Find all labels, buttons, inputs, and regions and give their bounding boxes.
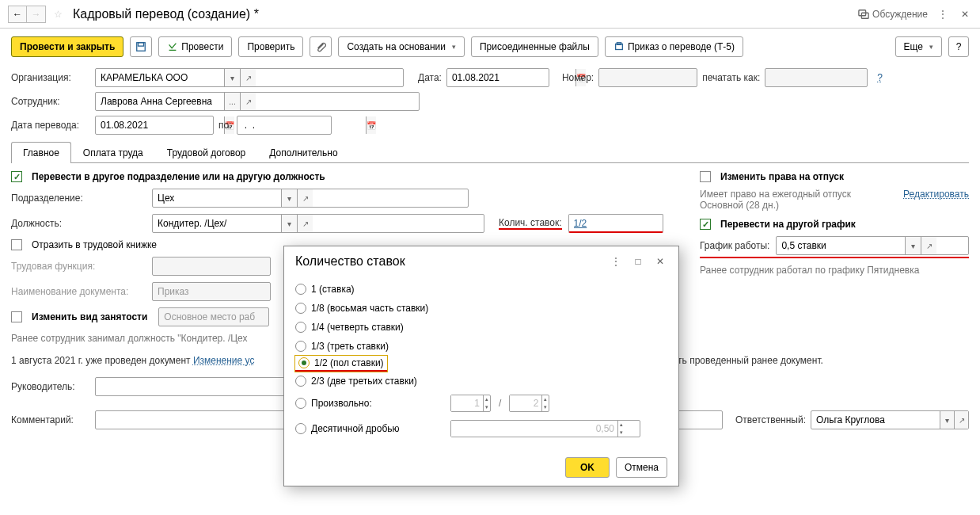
- responsible-open-icon[interactable]: ↗: [954, 411, 968, 429]
- position-label: Должность:: [11, 218, 146, 229]
- manager-label: Руководитель:: [11, 381, 90, 392]
- transfer-date-label: Дата перевода:: [11, 120, 90, 131]
- num-down-icon[interactable]: ▾: [484, 403, 490, 411]
- forward-button[interactable]: →: [27, 6, 46, 23]
- tab-contract[interactable]: Трудовой договор: [155, 142, 257, 163]
- schedule-input[interactable]: [777, 237, 905, 254]
- kebab-menu-icon[interactable]: ⋮: [936, 7, 950, 21]
- tab-main[interactable]: Главное: [11, 142, 71, 163]
- modal-cancel-button[interactable]: Отмена: [616, 457, 667, 478]
- tabs: Главное Оплата труда Трудовой договор До…: [11, 141, 969, 163]
- manager-input[interactable]: [96, 378, 224, 395]
- position-open-icon[interactable]: ↗: [297, 215, 313, 232]
- dept-open-icon[interactable]: ↗: [297, 189, 313, 207]
- schedule-dropdown-icon[interactable]: ▾: [905, 237, 921, 254]
- radio-decimal[interactable]: [295, 423, 306, 434]
- date-to-input[interactable]: [237, 116, 366, 134]
- responsible-label: Ответственный:: [735, 414, 806, 425]
- emptype-input: [159, 308, 287, 326]
- prev-schedule-text: Ранее сотрудник работал по графику Пятид…: [700, 265, 969, 276]
- org-label: Организация:: [11, 72, 90, 83]
- schedule-open-icon[interactable]: ↗: [921, 237, 936, 254]
- discuss-icon[interactable]: Обсуждение: [858, 7, 928, 21]
- tab-payment[interactable]: Оплата труда: [71, 142, 155, 163]
- position-input[interactable]: [153, 215, 281, 232]
- page-title: Кадровый перевод (создание) *: [73, 7, 259, 21]
- org-dropdown-icon[interactable]: ▾: [224, 69, 240, 86]
- dept-label: Подразделение:: [11, 193, 146, 204]
- custom-denominator-input[interactable]: [510, 395, 541, 411]
- emptype-checkbox[interactable]: [11, 311, 22, 322]
- favorite-star-icon[interactable]: ☆: [49, 6, 66, 23]
- rate-count-modal: Количество ставок ⋮ □ ✕ 1 (ставка) 1/8 (…: [283, 246, 679, 486]
- rate-count-input[interactable]: [569, 215, 697, 231]
- radio-2-3[interactable]: [295, 376, 306, 387]
- create-based-on-button[interactable]: Создать на основании: [338, 36, 465, 57]
- radio-1[interactable]: [295, 284, 306, 295]
- transfer-checkbox[interactable]: ✓: [11, 171, 22, 182]
- dec-up-icon[interactable]: ▴: [618, 421, 625, 429]
- transfer-checkbox-label: Перевести в другое подразделение или на …: [32, 171, 325, 182]
- date-input[interactable]: [447, 69, 575, 86]
- responsible-dropdown-icon[interactable]: ▾: [940, 411, 954, 429]
- date-to-calendar-icon[interactable]: 📅: [366, 116, 376, 134]
- tab-additional[interactable]: Дополнительно: [257, 142, 349, 163]
- radio-1-2[interactable]: [298, 357, 310, 368]
- print-as-help-icon[interactable]: ?: [877, 72, 883, 83]
- labor-func-label: Трудовая функция:: [11, 261, 146, 272]
- dept-input[interactable]: [153, 189, 281, 207]
- edit-link[interactable]: Редактировать: [903, 189, 969, 200]
- more-button[interactable]: Еще: [895, 36, 942, 57]
- change-doc-link[interactable]: Изменение ус: [193, 355, 255, 366]
- vacation-info-text: Имеет право на ежегодный отпуск Основной…: [700, 189, 895, 211]
- den-down-icon[interactable]: ▾: [542, 403, 549, 411]
- decimal-input[interactable]: [451, 421, 617, 437]
- modal-ok-button[interactable]: OK: [565, 457, 610, 478]
- employee-open-icon[interactable]: ↗: [240, 93, 256, 110]
- workbook-checkbox[interactable]: [11, 239, 22, 250]
- post-button[interactable]: Провести: [158, 36, 232, 57]
- transfer-order-button[interactable]: Приказ о переводе (Т-5): [605, 36, 743, 57]
- comment-input[interactable]: [96, 411, 224, 429]
- transfer-date-input[interactable]: [96, 116, 224, 134]
- num-up-icon[interactable]: ▴: [484, 395, 490, 403]
- attached-files-button[interactable]: Присоединенные файлы: [471, 36, 598, 57]
- custom-numerator-input[interactable]: [451, 395, 483, 411]
- radio-1-3[interactable]: [295, 341, 306, 352]
- radio-custom[interactable]: [295, 398, 306, 409]
- attach-button[interactable]: [310, 36, 332, 57]
- dept-dropdown-icon[interactable]: ▾: [281, 189, 297, 207]
- vacation-rights-checkbox[interactable]: [700, 171, 711, 182]
- right-column: Изменить права на отпуск Имеет право на …: [700, 171, 969, 344]
- docname-label: Наименование документа:: [11, 286, 146, 297]
- modal-kebab-icon[interactable]: ⋮: [609, 254, 623, 269]
- position-dropdown-icon[interactable]: ▾: [281, 215, 297, 232]
- workbook-checkbox-label: Отразить в трудовой книжке: [32, 239, 157, 250]
- org-input[interactable]: [96, 69, 224, 86]
- org-open-icon[interactable]: ↗: [240, 69, 256, 86]
- employee-select-icon[interactable]: ...: [224, 93, 240, 110]
- schedule-label: График работы:: [700, 240, 769, 251]
- help-button[interactable]: ?: [948, 36, 969, 57]
- radio-1-8[interactable]: [295, 303, 306, 314]
- schedule-checkbox[interactable]: ✓: [700, 219, 711, 230]
- svg-rect-3: [139, 43, 144, 46]
- print-as-label: печатать как:: [702, 72, 760, 83]
- modal-close-icon[interactable]: ✕: [653, 254, 667, 269]
- dec-down-icon[interactable]: ▾: [618, 429, 625, 437]
- comment-label: Комментарий:: [11, 414, 90, 425]
- vacation-rights-label: Изменить права на отпуск: [720, 171, 844, 182]
- back-button[interactable]: ←: [8, 6, 27, 23]
- employee-input[interactable]: [96, 93, 224, 110]
- radio-1-4[interactable]: [295, 322, 306, 333]
- emptype-checkbox-label: Изменить вид занятости: [32, 311, 147, 322]
- den-up-icon[interactable]: ▴: [542, 395, 549, 403]
- date-label: Дата:: [418, 72, 442, 83]
- discuss-label: Обсуждение: [872, 9, 928, 20]
- check-button[interactable]: Проверить: [238, 36, 303, 57]
- close-window-icon[interactable]: ✕: [958, 7, 972, 21]
- modal-maximize-icon[interactable]: □: [631, 254, 645, 269]
- save-button[interactable]: [130, 36, 152, 57]
- responsible-input[interactable]: [811, 411, 940, 429]
- post-and-close-button[interactable]: Провести и закрыть: [11, 36, 123, 57]
